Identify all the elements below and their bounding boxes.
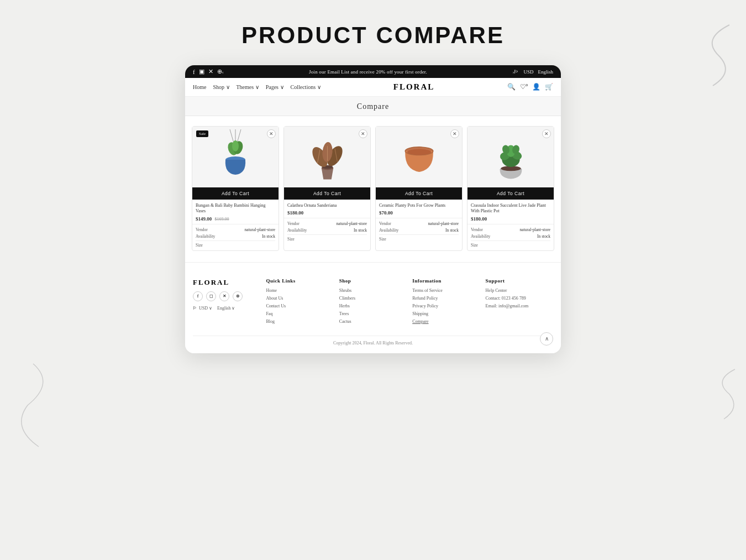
- vendor-label-3: Vendor: [379, 221, 391, 226]
- copyright-text: Copyright 2024, Floral. All Rights Reser…: [333, 341, 413, 346]
- footer-shop-title: Shop: [339, 278, 407, 284]
- footer-pinterest-icon[interactable]: ⊕: [233, 291, 243, 301]
- vendor-label-2: Vendor: [287, 221, 300, 226]
- product-price-4: $180.00: [471, 216, 487, 222]
- footer-facebook-icon[interactable]: f: [193, 291, 203, 301]
- footer-compare[interactable]: Compare: [412, 319, 480, 324]
- size-label-1: Size: [196, 243, 203, 248]
- search-icon[interactable]: 🔍: [507, 83, 516, 91]
- availability-value-4: In stock: [537, 234, 550, 239]
- footer-social: f ◻ ✕ ⊕: [193, 291, 260, 301]
- footer-currency[interactable]: 🏳 USD ∨ English ∨: [193, 306, 260, 311]
- product-name-1: Bungan & Bali Baby Bambini Hanging Vases: [196, 203, 275, 214]
- add-to-cart-button-3[interactable]: Add To Cart: [376, 187, 462, 200]
- size-label-2: Size: [287, 237, 295, 242]
- product-name-4: Crassula Indoor Succulent Live Jade Plan…: [471, 203, 550, 214]
- product-price-3: $70.00: [379, 210, 393, 216]
- footer-link-faq[interactable]: Faq: [266, 311, 333, 316]
- product-price-1: $149.00: [196, 216, 212, 222]
- currency-selector[interactable]: USD: [523, 69, 533, 75]
- footer-link-blog[interactable]: Blog: [266, 319, 333, 324]
- nav-links: Home Shop ∨ Themes ∨ Pages ∨ Collections…: [193, 84, 321, 90]
- footer-quick-links-list: Home About Us Contact Us Faq Blog: [266, 288, 333, 324]
- vendor-value-1: natural-plant-store: [245, 227, 275, 232]
- footer-help-center[interactable]: Help Center: [486, 288, 553, 293]
- nav-icons: 🔍 ♡0 👤 🛒: [507, 83, 554, 91]
- product-card-2: ✕: [283, 126, 371, 251]
- footer-climbers[interactable]: Climbers: [339, 296, 407, 301]
- add-to-cart-button-4[interactable]: Add To Cart: [467, 187, 554, 200]
- size-label-4: Size: [471, 243, 478, 248]
- footer-twitter-icon[interactable]: ✕: [219, 291, 229, 301]
- footer-trees[interactable]: Trees: [339, 311, 407, 316]
- add-to-cart-button-1[interactable]: Add To Cart: [192, 187, 279, 200]
- remove-button-3[interactable]: ✕: [450, 129, 459, 138]
- pinterest-icon[interactable]: ⊕: [217, 68, 222, 75]
- browser-window: f ▣ ✕ ⊕ ‹ Join our Email List and receiv…: [185, 65, 561, 353]
- footer-support: Support Help Center Contact: 0123 456 78…: [486, 278, 553, 327]
- product-old-price-1: $169.00: [215, 217, 229, 222]
- cart-icon[interactable]: 🛒: [545, 83, 553, 91]
- product-meta-3: Vendor natural-plant-store Availability …: [376, 218, 462, 244]
- top-bar-right: 🏳 USD English: [514, 69, 553, 75]
- footer-link-contact[interactable]: Contact Us: [266, 303, 333, 308]
- instagram-icon[interactable]: ▣: [199, 68, 204, 75]
- footer-herbs[interactable]: Herbs: [339, 303, 407, 308]
- remove-button-4[interactable]: ✕: [542, 129, 551, 138]
- compare-title: Compare: [357, 102, 389, 111]
- nav-themes[interactable]: Themes ∨: [237, 84, 259, 90]
- product-image-3: ✕: [376, 127, 462, 187]
- facebook-icon[interactable]: f: [193, 69, 195, 75]
- product-name-3: Ceramic Planty Pots For Grow Plants: [379, 203, 459, 208]
- product-image-2: ✕: [284, 127, 370, 187]
- remove-button-2[interactable]: ✕: [359, 129, 367, 138]
- top-bar: f ▣ ✕ ⊕ ‹ Join our Email List and receiv…: [185, 65, 561, 78]
- product-image-1: Sale ✕: [192, 127, 279, 187]
- vendor-label-1: Vendor: [196, 227, 208, 232]
- plant-image-3: [398, 132, 440, 182]
- footer-bottom: Copyright 2024, Floral. All Rights Reser…: [193, 336, 553, 346]
- remove-button-1[interactable]: ✕: [267, 129, 276, 138]
- page-title: PRODUCT COMPARE: [241, 22, 505, 49]
- vendor-value-2: natural-plant-store: [337, 221, 367, 226]
- footer-link-about[interactable]: About Us: [266, 296, 333, 301]
- svg-point-17: [407, 149, 430, 155]
- nav-shop[interactable]: Shop ∨: [213, 84, 229, 90]
- product-image-4: ✕: [467, 127, 554, 187]
- availability-label-1: Availability: [196, 234, 215, 239]
- product-info-4: Crassula Indoor Succulent Live Jade Plan…: [467, 200, 554, 224]
- footer-instagram-icon[interactable]: ◻: [206, 291, 216, 301]
- nav-home[interactable]: Home: [193, 84, 206, 90]
- availability-label-4: Availability: [471, 234, 490, 239]
- nav-pages[interactable]: Pages ∨: [266, 84, 284, 90]
- product-meta-2: Vendor natural-plant-store Availability …: [284, 218, 370, 244]
- footer-shrubs[interactable]: Shrubs: [339, 288, 407, 293]
- footer-tos[interactable]: Terms of Service: [412, 288, 480, 293]
- account-icon[interactable]: 👤: [532, 83, 540, 91]
- footer-cactus[interactable]: Cactus: [339, 319, 407, 324]
- footer-brand: FLORAL f ◻ ✕ ⊕ 🏳 USD ∨ English ∨: [193, 278, 260, 327]
- footer-quick-links-title: Quick Links: [266, 278, 333, 284]
- scroll-to-top-button[interactable]: ∧: [540, 332, 553, 346]
- footer-information-list: Terms of Service Refund Policy Privacy P…: [412, 288, 480, 324]
- twitter-icon[interactable]: ✕: [208, 68, 213, 75]
- size-label-3: Size: [379, 237, 386, 242]
- vendor-value-4: natural-plant-store: [520, 227, 550, 232]
- flag-icon: 🏳: [514, 69, 519, 75]
- product-card-3: ✕ Add To Cart Ceramic Planty Pots For Gr…: [375, 126, 463, 251]
- product-card-1: Sale ✕: [192, 126, 279, 251]
- language-selector[interactable]: English: [538, 69, 553, 75]
- footer-shipping[interactable]: Shipping: [412, 311, 480, 316]
- footer-link-home[interactable]: Home: [266, 288, 333, 293]
- nav-collections[interactable]: Collections ∨: [291, 84, 321, 90]
- sale-badge-1: Sale: [196, 130, 208, 137]
- footer-refund[interactable]: Refund Policy: [412, 296, 480, 301]
- add-to-cart-button-2[interactable]: Add To Cart: [284, 187, 370, 200]
- footer-brand-name: FLORAL: [193, 278, 260, 287]
- nav-logo[interactable]: FLORAL: [393, 82, 435, 92]
- footer-privacy[interactable]: Privacy Policy: [412, 303, 480, 308]
- footer-contact-phone: Contact: 0123 456 789: [486, 296, 553, 301]
- footer-shop-list: Shrubs Climbers Herbs Trees Cactus: [339, 288, 407, 324]
- product-card-4: ✕ Add: [467, 126, 554, 251]
- wishlist-icon[interactable]: ♡0: [520, 83, 528, 91]
